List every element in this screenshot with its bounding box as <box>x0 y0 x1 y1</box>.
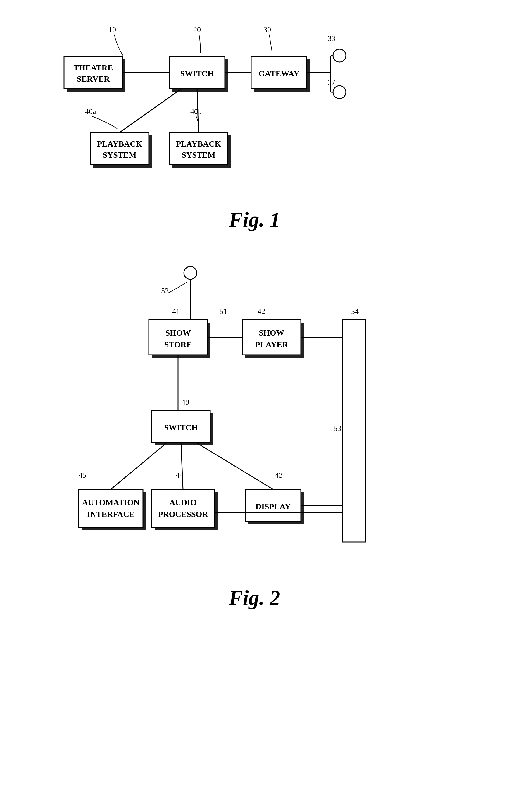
playback-b-label1: PLAYBACK <box>176 139 221 148</box>
rect-54 <box>342 320 366 542</box>
playback-b-box <box>169 132 228 165</box>
fig2-title: Fig. 2 <box>229 586 280 610</box>
label-41: 41 <box>172 307 180 316</box>
playback-b-label2: SYSTEM <box>181 150 215 159</box>
theatre-server-label1: THEATRE <box>73 63 113 72</box>
switch2-to-automation <box>111 443 167 489</box>
switch-label: SWITCH <box>180 69 214 78</box>
display-label: DISPLAY <box>255 502 290 511</box>
label-37: 37 <box>328 78 335 87</box>
switch2-to-audio <box>181 443 183 489</box>
audio-box <box>152 489 214 527</box>
label-10: 10 <box>108 26 116 34</box>
fig1-title: Fig. 1 <box>229 208 280 232</box>
show-store-label2: STORE <box>164 340 192 349</box>
playback-a-label2: SYSTEM <box>103 150 136 159</box>
playback-a-label1: PLAYBACK <box>97 139 142 148</box>
switch-to-playback-a <box>120 89 181 132</box>
show-player-label1: SHOW <box>259 328 284 337</box>
label-33: 33 <box>328 34 335 43</box>
circle-37 <box>333 86 346 99</box>
theatre-server-box <box>64 57 123 89</box>
label-42: 42 <box>258 307 265 316</box>
label-51: 51 <box>219 307 227 316</box>
automation-label1: AUTOMATION <box>82 498 139 507</box>
figure-2-container: 52 41 51 42 54 49 53 45 44 43 <box>12 255 497 610</box>
label-40a: 40a <box>85 107 96 116</box>
automation-label2: INTERFACE <box>87 510 134 519</box>
fig2-diagram: 52 41 51 42 54 49 53 45 44 43 <box>65 255 445 577</box>
playback-a-box <box>90 132 149 165</box>
label-54: 54 <box>351 307 359 316</box>
fig1-diagram: 10 20 30 33 37 THEATRE SERVER SWITCH <box>50 18 459 199</box>
label-40b: 40b <box>190 107 202 116</box>
label-53: 53 <box>334 424 341 433</box>
page: 10 20 30 33 37 THEATRE SERVER SWITCH <box>0 0 509 812</box>
show-store-label1: SHOW <box>165 328 191 337</box>
label-52: 52 <box>161 287 169 295</box>
label-30: 30 <box>263 26 271 34</box>
switch2-label: SWITCH <box>164 423 198 432</box>
circle-52 <box>184 266 197 279</box>
label-49: 49 <box>181 398 189 406</box>
show-player-label2: PLAYER <box>255 340 288 349</box>
circle-33 <box>333 49 346 62</box>
switch2-to-display <box>196 443 273 489</box>
theatre-server-label2: SERVER <box>77 74 110 84</box>
gateway-label: GATEWAY <box>258 69 299 78</box>
automation-box <box>79 489 143 527</box>
label-43: 43 <box>275 471 283 479</box>
label-20: 20 <box>193 26 201 34</box>
audio-label2: PROCESSOR <box>158 510 208 519</box>
audio-label1: AUDIO <box>169 498 197 507</box>
figure-1-container: 10 20 30 33 37 THEATRE SERVER SWITCH <box>12 18 497 232</box>
label-45: 45 <box>79 471 86 479</box>
